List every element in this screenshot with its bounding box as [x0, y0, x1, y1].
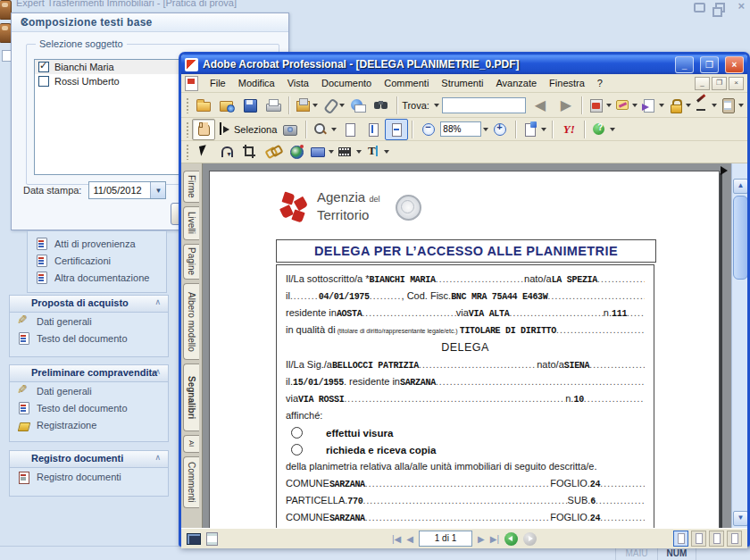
search-button[interactable] — [370, 95, 393, 116]
first-page-button[interactable]: |◀ — [392, 534, 401, 544]
sidebar-item[interactable]: Altra documentazione — [28, 269, 166, 286]
page-display-button[interactable] — [521, 119, 548, 140]
zoom-level-input[interactable] — [440, 121, 481, 137]
last-page-button[interactable]: ▶| — [490, 534, 499, 544]
main-minimize-button[interactable] — [694, 3, 705, 13]
sidebar-item[interactable]: Dati generali — [10, 382, 168, 399]
save-button[interactable] — [238, 95, 262, 116]
forms-button[interactable] — [719, 95, 746, 116]
main-close-icon[interactable]: × — [738, 0, 745, 13]
email-button[interactable] — [346, 95, 370, 116]
secure-button[interactable] — [666, 95, 693, 116]
form-field-tool-button[interactable] — [308, 141, 336, 163]
facing-layout-button[interactable] — [709, 531, 724, 547]
mdi-minimize-button[interactable]: _ — [695, 77, 710, 90]
nav-tab-pagine[interactable]: Pagine — [183, 244, 199, 280]
menu-item[interactable]: ? — [591, 76, 609, 90]
date-combobox[interactable]: 11/05/2012 ▼ — [88, 181, 166, 199]
nav-tab-al[interactable]: Al — [183, 435, 199, 453]
radio-icon[interactable] — [291, 427, 303, 439]
screen-mode-icon[interactable] — [187, 533, 201, 545]
link-tool-button[interactable] — [262, 141, 285, 163]
menu-item[interactable]: Vista — [281, 76, 315, 90]
print-button[interactable] — [262, 95, 285, 116]
single-page-layout-button[interactable] — [673, 531, 688, 547]
menu-item[interactable]: Modifica — [232, 76, 281, 90]
continuous-layout-button[interactable] — [691, 531, 706, 547]
sidebar-item[interactable]: Certificazioni — [28, 252, 166, 269]
radio-icon[interactable] — [291, 444, 303, 456]
nav-tab-albero-modello[interactable]: Albero modello — [183, 283, 199, 360]
sidebar-item[interactable]: Registro documenti — [10, 468, 168, 485]
find-options-icon[interactable] — [434, 104, 439, 107]
organizer-button[interactable] — [215, 95, 238, 116]
yahoo-search-button[interactable]: Y! — [557, 119, 580, 140]
combine-files-button[interactable] — [294, 95, 321, 116]
nav-tab-segnalibri[interactable]: Segnalibri — [183, 364, 199, 431]
3d-tool-button[interactable] — [285, 141, 308, 163]
restore-button[interactable]: ❐ — [700, 56, 719, 73]
scroll-up-icon[interactable]: ▲ — [733, 179, 747, 194]
subject-checkbox[interactable] — [38, 76, 49, 87]
touchup-text-tool-button[interactable] — [363, 141, 391, 163]
main-restore-button[interactable] — [715, 3, 725, 13]
vertical-scrollbar[interactable]: ▲ ▼ — [731, 163, 747, 528]
actual-size-button[interactable] — [338, 119, 362, 140]
open-button[interactable] — [192, 95, 215, 116]
zoom-out-button[interactable] — [417, 119, 440, 140]
select-object-tool-button[interactable] — [192, 141, 215, 163]
snapshot-tool-button[interactable] — [279, 119, 302, 140]
menu-item[interactable]: File — [204, 76, 232, 90]
chevron-down-icon[interactable]: ▼ — [150, 182, 165, 198]
fit-width-button[interactable] — [385, 119, 408, 140]
find-previous-button[interactable]: ◀ — [529, 95, 552, 116]
help-button[interactable] — [589, 119, 617, 140]
zoom-tool-button[interactable] — [311, 119, 338, 140]
nav-tab-livelli[interactable]: Livelli — [183, 206, 199, 240]
next-view-button[interactable] — [523, 532, 537, 546]
mdi-restore-button[interactable]: ❐ — [712, 77, 727, 90]
panel-header[interactable]: Proposta di acquisto — [10, 296, 168, 313]
nav-tab-firme[interactable]: Firme — [183, 171, 199, 203]
nav-tab-commenti[interactable]: Commenti — [183, 456, 199, 508]
find-next-button[interactable]: ▶ — [554, 95, 578, 116]
previous-view-button[interactable] — [504, 532, 518, 546]
page-number-input[interactable]: 1 di 1 — [419, 531, 472, 547]
minimize-button[interactable]: _ — [675, 56, 694, 73]
document-pane[interactable]: Agenzia del Territorio DELEGA PER L’ACCE… — [203, 163, 747, 528]
acrobat-titlebar[interactable]: Adobe Acrobat Professional - [DELEGA PLA… — [181, 54, 747, 74]
close-button[interactable]: × — [725, 56, 744, 73]
next-page-button[interactable]: ▶ — [478, 534, 485, 544]
attach-button[interactable] — [320, 95, 346, 116]
previous-page-button[interactable]: ◀ — [406, 534, 413, 544]
menu-item[interactable]: Finestra — [543, 76, 591, 90]
comment-markup-button[interactable] — [613, 95, 640, 116]
panel-header[interactable]: Preliminare compravendita — [10, 365, 168, 382]
find-input[interactable] — [442, 97, 526, 113]
scrollbar-thumb[interactable] — [733, 196, 747, 280]
sidebar-item[interactable]: Testo del documento — [10, 399, 168, 416]
fit-page-button[interactable] — [362, 119, 385, 140]
hand-tool-button[interactable] — [192, 119, 215, 140]
menu-item[interactable]: Documento — [315, 76, 378, 90]
dialog-titlebar[interactable]: Composizione testi base ✕ — [12, 13, 288, 32]
page-size-icon[interactable] — [206, 532, 218, 546]
sidebar-item[interactable]: Registrazione — [10, 416, 168, 433]
scroll-down-icon[interactable]: ▼ — [733, 511, 747, 526]
menu-item[interactable]: Commenti — [378, 76, 435, 90]
sign-button[interactable] — [693, 95, 720, 116]
dialog-close-icon[interactable]: ✕ — [21, 16, 281, 29]
select-tool-button[interactable]: Seleziona — [215, 119, 279, 140]
movie-tool-button[interactable] — [336, 141, 363, 163]
crop-tool-button[interactable] — [238, 141, 262, 163]
article-tool-button[interactable] — [215, 141, 238, 163]
sidebar-item[interactable]: Dati generali — [10, 313, 168, 330]
panel-header[interactable]: Registro documenti — [10, 451, 168, 468]
continuous-facing-layout-button[interactable] — [727, 531, 742, 547]
menu-item[interactable]: Avanzate — [489, 76, 543, 90]
sidebar-item[interactable]: Atti di provenienza — [28, 235, 166, 252]
zoom-in-button[interactable] — [488, 119, 512, 140]
send-for-review-button[interactable] — [639, 95, 666, 116]
sidebar-item[interactable]: Testo del documento — [10, 330, 168, 347]
create-pdf-button[interactable] — [587, 95, 613, 116]
